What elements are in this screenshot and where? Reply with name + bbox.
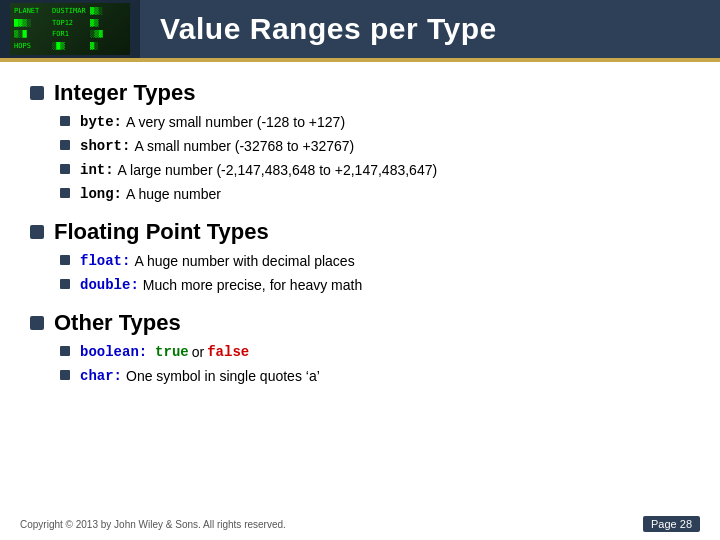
list-item: char: One symbol in single quotes ‘a’	[60, 366, 690, 387]
sub-bullet	[60, 279, 70, 289]
code-char: char:	[80, 366, 122, 387]
code-long: long:	[80, 184, 122, 205]
bullet-integer	[30, 86, 44, 100]
section-other-header: Other Types	[30, 310, 690, 336]
code-byte: byte:	[80, 112, 122, 133]
desc-char: One symbol in single quotes ‘a’	[126, 366, 320, 387]
list-item: byte: A very small number (-128 to +127)	[60, 112, 690, 133]
other-sub-items: boolean: true or false char: One symbol …	[30, 342, 690, 387]
code-short: short:	[80, 136, 130, 157]
list-item: short: A small number (-32768 to +32767)	[60, 136, 690, 157]
desc-long: A huge number	[126, 184, 221, 205]
sub-bullet	[60, 140, 70, 150]
main-content: Integer Types byte: A very small number …	[0, 62, 720, 419]
sub-bullet	[60, 370, 70, 380]
desc-double: Much more precise, for heavy math	[143, 275, 362, 296]
bullet-floating	[30, 225, 44, 239]
list-item: float: A huge number with decimal places	[60, 251, 690, 272]
sub-bullet	[60, 164, 70, 174]
section-floating-header: Floating Point Types	[30, 219, 690, 245]
section-floating-types: Floating Point Types float: A huge numbe…	[30, 219, 690, 296]
or-text: or	[192, 342, 204, 363]
section-other-title: Other Types	[54, 310, 181, 336]
code-true: true	[155, 342, 189, 363]
section-other-types: Other Types boolean: true or false char:…	[30, 310, 690, 387]
desc-short: A small number (-32768 to +32767)	[134, 136, 354, 157]
desc-byte: A very small number (-128 to +127)	[126, 112, 345, 133]
list-item: long: A huge number	[60, 184, 690, 205]
desc-int: A large number (-2,147,483,648 to +2,147…	[118, 160, 438, 181]
floating-sub-items: float: A huge number with decimal places…	[30, 251, 690, 296]
code-float: float:	[80, 251, 130, 272]
footer: Copyright © 2013 by John Wiley & Sons. A…	[20, 516, 700, 532]
section-integer-types: Integer Types byte: A very small number …	[30, 80, 690, 205]
section-integer-header: Integer Types	[30, 80, 690, 106]
code-boolean: boolean:	[80, 342, 147, 363]
section-integer-title: Integer Types	[54, 80, 195, 106]
sub-bullet	[60, 255, 70, 265]
thumbnail-image: PLANETDUSTIMAR▓▒░ █▓▒░TOP12▓▒ ▒░█FOR1░▒▓…	[0, 0, 140, 58]
list-item: int: A large number (-2,147,483,648 to +…	[60, 160, 690, 181]
copyright-text: Copyright © 2013 by John Wiley & Sons. A…	[20, 519, 286, 530]
sub-bullet	[60, 346, 70, 356]
code-false: false	[207, 342, 249, 363]
code-double: double:	[80, 275, 139, 296]
section-floating-title: Floating Point Types	[54, 219, 269, 245]
sub-bullet	[60, 188, 70, 198]
list-item: double: Much more precise, for heavy mat…	[60, 275, 690, 296]
code-int: int:	[80, 160, 114, 181]
page-title: Value Ranges per Type	[160, 12, 497, 46]
list-item: boolean: true or false	[60, 342, 690, 363]
bullet-other	[30, 316, 44, 330]
page-number: Page 28	[643, 516, 700, 532]
sub-bullet	[60, 116, 70, 126]
desc-float: A huge number with decimal places	[134, 251, 354, 272]
integer-sub-items: byte: A very small number (-128 to +127)…	[30, 112, 690, 205]
